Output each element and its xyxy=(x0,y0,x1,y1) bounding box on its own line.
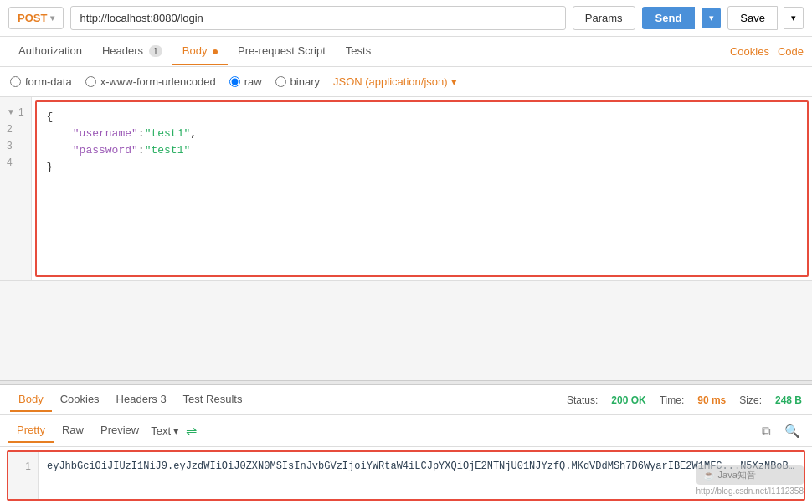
resp-headers-badge: 3 xyxy=(160,393,166,405)
code-line-4: } xyxy=(47,159,797,176)
binary-option[interactable]: binary xyxy=(275,75,320,88)
headers-badge: 1 xyxy=(149,45,162,57)
body-options: form-data x-www-form-urlencoded raw bina… xyxy=(0,67,812,97)
watermark-url: http://blog.csdn.net/l1112358 xyxy=(696,486,804,496)
save-button[interactable]: Save xyxy=(727,6,778,30)
view-tab-pretty[interactable]: Pretty xyxy=(8,419,54,443)
resp-tab-test-results[interactable]: Test Results xyxy=(175,388,251,412)
watermark-text: Java知音 xyxy=(718,469,756,481)
app-container: POST ▾ Params Send ▾ Save ▾ Authorizatio… xyxy=(0,0,812,504)
format-icon[interactable]: ⇌ xyxy=(186,423,197,439)
copy-icon[interactable]: ⧉ xyxy=(758,422,774,440)
response-tab-row: Body Cookies Headers 3 Test Results xyxy=(10,388,567,412)
line-numbers: ▼ 1 2 3 4 xyxy=(0,97,32,280)
tabs-right: Cookies Code xyxy=(730,45,804,58)
java-icon: ☕ xyxy=(703,470,715,481)
save-dropdown-button[interactable]: ▾ xyxy=(784,7,804,29)
method-label: POST xyxy=(18,12,47,24)
response-status-bar: Status: 200 OK Time: 90 ms Size: 248 B xyxy=(567,394,802,406)
size-label: Size: xyxy=(739,394,762,406)
line-1: ▼ 1 xyxy=(0,104,31,121)
method-dropdown[interactable]: POST ▾ xyxy=(8,7,64,29)
size-value: 248 B xyxy=(775,394,802,406)
raw-option[interactable]: raw xyxy=(229,75,262,88)
body-dot xyxy=(213,49,218,54)
tab-tests[interactable]: Tests xyxy=(336,38,381,65)
url-input[interactable] xyxy=(70,6,565,30)
request-bar: POST ▾ Params Send ▾ Save ▾ xyxy=(0,0,812,37)
status-value: 200 OK xyxy=(611,394,645,406)
cookies-link[interactable]: Cookies xyxy=(730,45,769,58)
time-value: 90 ms xyxy=(697,394,726,406)
code-link[interactable]: Code xyxy=(778,45,804,58)
params-button[interactable]: Params xyxy=(573,6,635,30)
line-2: 2 xyxy=(0,121,31,137)
resp-tab-cookies[interactable]: Cookies xyxy=(52,388,108,412)
tab-authorization[interactable]: Authorization xyxy=(8,38,92,65)
response-section: Body Cookies Headers 3 Test Results Stat… xyxy=(0,385,812,504)
code-line-2: "username" : "test1" , xyxy=(47,126,797,142)
send-dropdown-button[interactable]: ▾ xyxy=(702,8,721,28)
response-view-bar: Pretty Raw Preview Text ▾ ⇌ ⧉ 🔍 xyxy=(0,415,812,447)
response-header: Body Cookies Headers 3 Test Results Stat… xyxy=(0,385,812,415)
resp-line-number: 1 xyxy=(8,452,39,499)
view-tab-raw[interactable]: Raw xyxy=(54,419,92,443)
resp-tab-headers[interactable]: Headers 3 xyxy=(108,388,175,412)
code-line-1: { xyxy=(47,109,797,126)
response-body: 1 eyJhbGciOiJIUzI1NiJ9.eyJzdWIiOiJ0ZXN0M… xyxy=(7,450,805,501)
collapse-arrow-icon[interactable]: ▼ xyxy=(7,104,15,121)
method-chevron-icon: ▾ xyxy=(50,13,54,23)
line-3: 3 xyxy=(0,137,31,154)
tab-headers[interactable]: Headers 1 xyxy=(92,38,172,65)
tab-body[interactable]: Body xyxy=(172,38,228,65)
tab-pre-request[interactable]: Pre-request Script xyxy=(228,38,336,65)
time-label: Time: xyxy=(660,394,685,406)
code-editor[interactable]: { "username" : "test1" , "password" : "t… xyxy=(35,100,809,277)
empty-area xyxy=(0,281,812,380)
urlencoded-option[interactable]: x-www-form-urlencoded xyxy=(85,75,216,88)
request-body-editor: ▼ 1 2 3 4 { "username" : "test1" , "pass… xyxy=(0,97,812,281)
line-4: 4 xyxy=(0,154,31,171)
resp-tab-body[interactable]: Body xyxy=(10,388,52,412)
watermark: ☕ Java知音 http://blog.csdn.net/l1112358 xyxy=(696,465,804,496)
text-format-select[interactable]: Text ▾ xyxy=(151,424,179,437)
view-tab-preview[interactable]: Preview xyxy=(92,419,147,443)
request-tabs: Authorization Headers 1 Body Pre-request… xyxy=(0,37,812,67)
form-data-option[interactable]: form-data xyxy=(10,75,72,88)
status-label: Status: xyxy=(567,394,598,406)
code-line-3: "password" : "test1" xyxy=(47,142,797,159)
send-button[interactable]: Send xyxy=(642,7,696,29)
resp-token-content: eyJhbGciOiJIUzI1NiJ9.eyJzdWIiOiJ0ZXN0MSI… xyxy=(39,452,804,499)
search-icon[interactable]: 🔍 xyxy=(781,422,804,440)
json-format-select[interactable]: JSON (application/json) ▾ xyxy=(333,75,457,88)
response-action-icons: ⧉ 🔍 xyxy=(758,422,804,440)
